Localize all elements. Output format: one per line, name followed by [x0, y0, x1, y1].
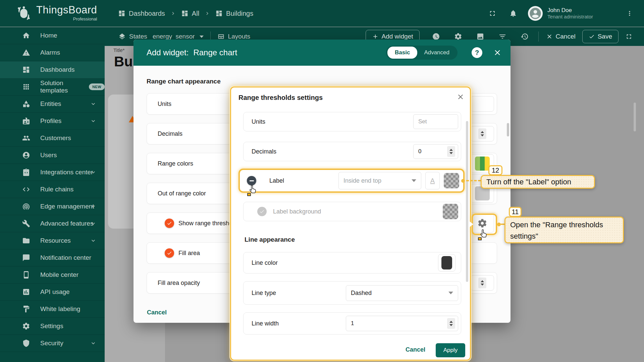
brand-logo[interactable]: ThingsBoard Professional — [15, 4, 97, 22]
states-layers-icon — [118, 33, 126, 40]
modal-scrollbar-thumb[interactable] — [507, 123, 509, 136]
save-button[interactable]: Save — [582, 30, 619, 43]
sidebar-item-label: Settings — [40, 322, 63, 330]
dialog-cancel-button[interactable]: Cancel — [406, 346, 425, 353]
tab-advanced[interactable]: Advanced — [417, 47, 456, 59]
breadcrumb-label: Dashboards — [129, 10, 165, 17]
sidebar-item-customers[interactable]: Customers — [0, 130, 105, 147]
modal-close-icon[interactable] — [493, 48, 502, 57]
dashboard-icon — [215, 10, 223, 17]
label-position-select: Inside end top — [338, 172, 421, 189]
profiles-icon — [22, 117, 30, 125]
dashboard-icon — [181, 10, 189, 17]
chevron-down-icon — [90, 101, 97, 107]
sidebar-item-edge-management[interactable]: Edge management — [0, 198, 105, 215]
modal-cancel-button[interactable]: Cancel — [147, 309, 167, 316]
states-label: States — [129, 33, 147, 40]
decimals-input[interactable]: 0 — [413, 144, 458, 159]
more-menu-icon[interactable] — [626, 10, 633, 17]
sidebar-item-solution-templates[interactable]: Solution templates NEW — [0, 78, 105, 96]
sidebar-item-label: White labeling — [40, 305, 80, 313]
dialog-close-icon[interactable] — [457, 93, 465, 101]
line-color-swatch[interactable] — [438, 254, 455, 272]
line-width-input[interactable]: 1 — [346, 316, 458, 331]
cancel-edit-button[interactable]: Cancel — [546, 33, 576, 40]
line-width-stepper[interactable] — [447, 318, 455, 329]
sidebar-item-users[interactable]: Users — [0, 147, 105, 164]
decimals-stepper[interactable] — [447, 146, 455, 157]
sidebar-item-settings[interactable]: Settings — [0, 318, 105, 335]
hand-cursor — [248, 184, 258, 195]
line-type-select[interactable]: Dashed — [346, 285, 458, 301]
sidebar-item-white-labeling[interactable]: White labeling — [0, 301, 105, 318]
notifications-bell-icon[interactable] — [509, 9, 517, 17]
sidebar-item-rule-chains[interactable]: Rule chains — [0, 181, 105, 198]
chat-icon — [22, 254, 30, 262]
sidebar-item-integrations-center[interactable]: Integrations center — [0, 164, 105, 181]
sidebar-item-notification-center[interactable]: Notification center — [0, 249, 105, 266]
avatar[interactable] — [528, 6, 543, 21]
sidebar-item-profiles[interactable]: Profiles — [0, 113, 105, 130]
apps-icon — [22, 83, 30, 91]
toggle-on[interactable] — [158, 250, 173, 256]
label-row-highlighted: Label Inside end top A — [238, 169, 465, 193]
chevron-down-icon — [90, 203, 97, 210]
add-widget-label: Add widget — [382, 33, 413, 40]
line-color-row: Line color — [243, 252, 461, 274]
d_apply-button[interactable]: Apply — [436, 343, 465, 357]
number-stepper[interactable] — [471, 126, 494, 141]
fullscreen-icon[interactable] — [488, 9, 496, 17]
sidebar-item-dashboards[interactable]: Dashboards — [0, 61, 105, 78]
sidebar-item-home[interactable]: Home — [0, 27, 105, 44]
sidebar-item-entities[interactable]: Entities — [0, 96, 105, 113]
annotation-connector-dash — [466, 180, 481, 181]
sidebar-menu: Home Alarms Dashboards Solution template… — [0, 27, 105, 352]
line-appearance-title: Line appearance — [245, 236, 295, 243]
units-setting-input[interactable] — [471, 96, 494, 112]
label-color-swatch[interactable] — [444, 173, 459, 188]
toggle-on[interactable] — [158, 220, 173, 226]
sidebar-item-security[interactable]: Security — [0, 335, 105, 352]
sidebar-item-alarms[interactable]: Alarms — [0, 44, 105, 61]
fullscreen-icon[interactable] — [625, 33, 633, 40]
sidebar-item-label: Alarms — [40, 49, 60, 56]
breadcrumb-dashboards[interactable]: Dashboards — [118, 10, 165, 17]
states-control[interactable]: States energy_sensor — [118, 33, 204, 40]
check-icon — [167, 250, 172, 256]
layouts-button[interactable]: Layouts — [217, 33, 251, 40]
select-caret-icon — [448, 292, 453, 294]
annotation-step-11-callout: Open the "Range thresholds settings" — [504, 217, 624, 243]
sidebar-item-label: Solution templates — [40, 79, 84, 94]
dialog-scrollbar-thumb[interactable] — [466, 121, 468, 282]
breadcrumb-all[interactable]: All — [181, 10, 199, 17]
tab-basic[interactable]: Basic — [387, 47, 417, 59]
sidebar-item-advanced-features[interactable]: Advanced features — [0, 215, 105, 232]
chevron-down-icon — [90, 169, 97, 176]
sidebar-item-resources[interactable]: Resources — [0, 232, 105, 249]
label-background-color-swatch — [443, 204, 458, 219]
breadcrumb-buildings[interactable]: Buildings — [215, 10, 253, 17]
label-font-button: A — [425, 172, 440, 189]
setting-label: Out of range color — [158, 190, 206, 197]
sidebar-item-api-usage[interactable]: API usage — [0, 284, 105, 301]
line-type-row: Line type Dashed — [243, 281, 461, 305]
sidebar-item-mobile-center[interactable]: Mobile center — [0, 266, 105, 284]
page-scrollbar-thumb[interactable] — [634, 103, 636, 131]
state-select-value[interactable]: energy_sensor — [153, 33, 195, 40]
dashboard-icon — [22, 66, 30, 74]
breadcrumb-separator-icon — [170, 10, 176, 16]
number-stepper[interactable] — [471, 275, 494, 291]
brand-name: ThingsBoard — [36, 4, 97, 16]
dialog-title: Range thresholds settings — [238, 94, 323, 102]
version-history-icon[interactable] — [521, 33, 529, 41]
new-badge: NEW — [89, 83, 105, 90]
appearance-section-title: Range chart appearance — [147, 78, 497, 85]
layouts-label: Layouts — [228, 33, 251, 40]
decimals-value: 0 — [418, 148, 421, 155]
folder-icon — [22, 237, 30, 245]
chevron-down-icon — [90, 118, 97, 124]
label-toggle[interactable] — [248, 178, 262, 183]
sidebar-item-label: Users — [40, 152, 57, 159]
help-button[interactable]: ? — [472, 47, 482, 58]
units-input[interactable]: Set — [413, 114, 458, 129]
